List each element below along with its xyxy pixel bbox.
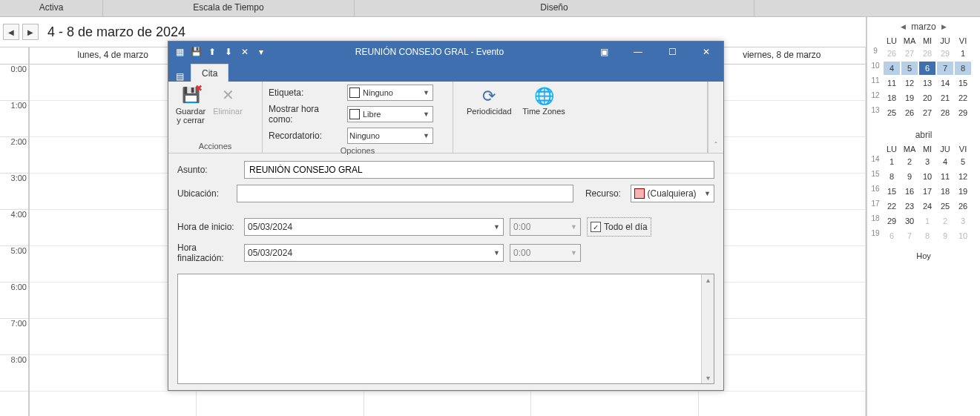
recordatorio-combo[interactable]: Ninguno▼	[347, 128, 433, 144]
dialog-titlebar[interactable]: ▦ 💾 ⬆ ⬇ ✕ ▾ REUNIÓN CONSEJO GRAL - Event…	[168, 42, 723, 62]
calendar-day[interactable]: 18	[937, 185, 953, 198]
minimize-button[interactable]: —	[621, 42, 655, 62]
calendar-day[interactable]: 17	[919, 185, 935, 198]
close-button[interactable]: ✕	[689, 42, 723, 62]
calendar-day[interactable]: 18	[884, 91, 900, 105]
week-number: 18	[869, 214, 882, 228]
calendar-day[interactable]: 24	[919, 199, 935, 213]
inicio-date[interactable]: 05/03/2024▼	[244, 218, 504, 236]
calendar-day[interactable]: 8	[955, 62, 971, 75]
periodicidad-button[interactable]: ⟳ Periodicidad	[467, 86, 511, 116]
calendar-day[interactable]: 29	[955, 106, 971, 119]
weekday-header: MI	[919, 36, 935, 45]
calendar-day[interactable]: 28	[937, 106, 953, 119]
week-number: 10	[869, 62, 882, 75]
calendar-day[interactable]: 19	[955, 185, 971, 198]
calendar-day[interactable]: 22	[955, 91, 971, 105]
calendar-day[interactable]: 5	[955, 155, 971, 168]
asunto-input[interactable]	[244, 161, 714, 179]
calendar-day[interactable]: 7	[901, 229, 918, 242]
calendar-day[interactable]: 30	[901, 214, 918, 228]
calendar-day[interactable]: 22	[884, 199, 900, 213]
calendar-day[interactable]: 2	[901, 155, 918, 168]
calendar-day[interactable]: 23	[901, 199, 918, 213]
save-icon[interactable]: 💾	[189, 45, 203, 59]
maximize-button[interactable]: ☐	[655, 42, 689, 62]
calendar-day[interactable]: 3	[919, 155, 935, 168]
prev-week-button[interactable]: ◀	[3, 24, 19, 40]
arrow-up-icon[interactable]: ⬆	[205, 45, 219, 59]
calendar-day[interactable]: 16	[901, 185, 918, 198]
calendar-day[interactable]: 6	[919, 62, 935, 75]
arrow-down-icon[interactable]: ⬇	[222, 45, 235, 59]
calendar-day[interactable]: 12	[901, 76, 918, 90]
calendar-day[interactable]: 20	[919, 91, 935, 105]
calendar-day[interactable]: 27	[919, 106, 935, 119]
view-switch-icon[interactable]: ▤	[168, 71, 191, 82]
calendar-day[interactable]: 26	[901, 106, 918, 119]
calendar-day[interactable]: 25	[884, 106, 900, 119]
calendar-day[interactable]: 7	[937, 62, 953, 75]
calendar-day[interactable]: 19	[901, 91, 918, 105]
save-close-button[interactable]: 💾✖ Guardar y cerrar	[174, 85, 207, 125]
weekday-header: JU	[937, 36, 953, 45]
calendar-day[interactable]: 29	[937, 47, 953, 60]
prev-month-button[interactable]: ◀	[899, 23, 907, 30]
notes-scrollbar[interactable]: ▴▾	[701, 274, 714, 383]
ubicacion-input[interactable]	[237, 185, 573, 202]
time-label: 2:00	[0, 137, 28, 174]
calendar-day[interactable]: 15	[884, 185, 900, 198]
today-button[interactable]: Hoy	[869, 251, 979, 260]
notes-textarea[interactable]: ▴▾	[177, 274, 714, 384]
calendar-day[interactable]: 26	[884, 47, 900, 60]
calendar-day[interactable]: 25	[937, 199, 953, 213]
calendar-day[interactable]: 9	[901, 170, 918, 183]
ribbon-collapse-icon[interactable]: ˆ	[708, 82, 723, 153]
pin-icon[interactable]: ▣	[587, 42, 621, 62]
chevron-down-icon[interactable]: ▾	[254, 45, 268, 59]
calendar-day[interactable]: 28	[919, 47, 935, 60]
calendar-day[interactable]: 1	[955, 47, 971, 60]
tab-cita[interactable]: Cita	[191, 64, 228, 82]
calendar-day[interactable]: 10	[955, 229, 971, 242]
calendar-day[interactable]: 1	[919, 214, 935, 228]
calendar-day[interactable]: 11	[884, 76, 900, 90]
calendar-day[interactable]: 27	[901, 47, 918, 60]
calendar-day[interactable]: 1	[884, 155, 900, 168]
fin-date[interactable]: 05/03/2024▼	[244, 244, 504, 262]
calendar-day[interactable]: 8	[884, 170, 900, 183]
calendar-day[interactable]: 3	[955, 214, 971, 228]
calendar-day[interactable]: 4	[884, 62, 900, 75]
calendar-day[interactable]: 21	[937, 91, 953, 105]
calendar-day[interactable]: 2	[937, 214, 953, 228]
ribbon-tab-diseno[interactable]: Diseño	[355, 0, 754, 16]
time-label: 6:00	[0, 283, 28, 319]
calendar-day[interactable]: 10	[919, 170, 935, 183]
calendar-day[interactable]: 15	[955, 76, 971, 90]
etiqueta-combo[interactable]: Ninguno▼	[347, 85, 433, 101]
next-week-button[interactable]: ▶	[22, 24, 39, 40]
ribbon-tab-activa[interactable]: Activa	[0, 0, 103, 16]
calendar-day[interactable]: 8	[919, 229, 935, 242]
close-small-icon[interactable]: ✕	[238, 45, 251, 59]
calendar-day[interactable]: 12	[955, 170, 971, 183]
recurso-combo[interactable]: (Cualquiera)▼	[631, 185, 714, 202]
ribbon-tab-escala[interactable]: Escala de Tiempo	[103, 0, 355, 16]
calendar-day[interactable]: 6	[884, 229, 900, 242]
timezones-button[interactable]: 🌐 Time Zones	[522, 86, 566, 116]
weekday-header: JU	[937, 145, 953, 153]
next-month-button[interactable]: ▶	[941, 23, 948, 30]
weekday-header: MA	[901, 145, 918, 153]
delete-button[interactable]: ✕ Eliminar	[211, 85, 244, 116]
mostrar-combo[interactable]: Libre▼	[347, 106, 433, 122]
calendar-day[interactable]: 4	[937, 155, 953, 168]
calendar-day[interactable]: 29	[884, 214, 900, 228]
calendar-day[interactable]: 14	[937, 76, 953, 90]
allday-checkbox[interactable]: ✓Todo el día	[587, 217, 651, 237]
calendar-day[interactable]: 5	[901, 62, 918, 75]
calendar-day[interactable]: 11	[937, 170, 953, 183]
calendar-day[interactable]: 26	[955, 199, 971, 213]
calendar-day[interactable]: 9	[937, 229, 953, 242]
calendar-day[interactable]: 13	[919, 76, 935, 90]
recordatorio-label: Recordatorio:	[269, 131, 343, 141]
